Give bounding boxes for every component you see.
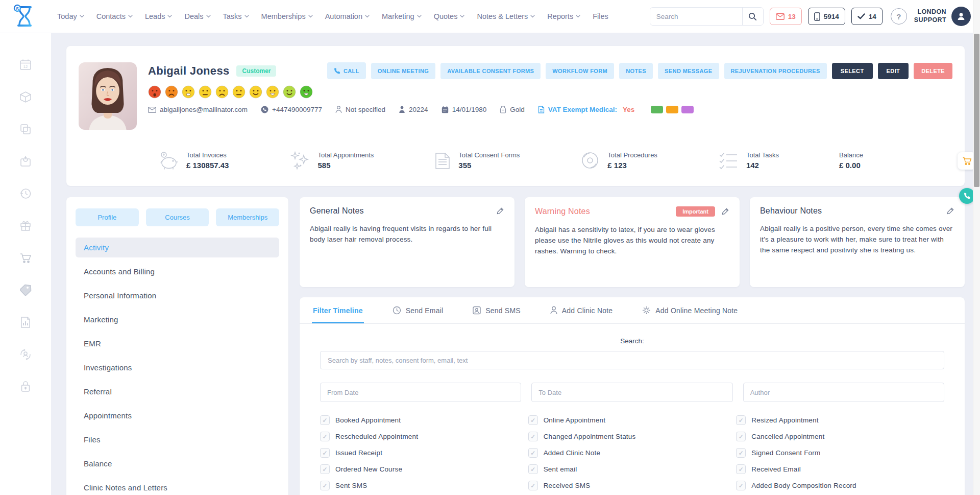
tasks-badge[interactable]: 14 bbox=[851, 8, 883, 25]
mood-face-icon[interactable] bbox=[266, 85, 279, 99]
nav-item-tasks[interactable]: Tasks bbox=[223, 12, 249, 20]
timeline-search-input[interactable] bbox=[320, 351, 944, 369]
sms-credits-badge[interactable]: 5914 bbox=[808, 8, 845, 25]
package-icon[interactable] bbox=[19, 90, 32, 104]
help-icon[interactable]: ? bbox=[891, 8, 907, 25]
nav-item-automation[interactable]: Automation bbox=[325, 12, 370, 20]
vat-doc-icon bbox=[538, 106, 545, 113]
sidebar-item-balance[interactable]: Balance bbox=[76, 454, 279, 474]
notes-button[interactable]: NOTES bbox=[619, 63, 653, 79]
mood-face-icon[interactable] bbox=[300, 85, 313, 99]
mood-face-icon[interactable] bbox=[232, 85, 246, 99]
tab-filter-timeline[interactable]: Filter Timeline bbox=[312, 298, 364, 323]
app-logo-icon[interactable]: S bbox=[13, 4, 36, 29]
sidebar-item-files[interactable]: Files bbox=[76, 430, 279, 450]
checkbox-sent-sms[interactable]: ✓Sent SMS bbox=[320, 481, 528, 490]
price-tag-icon[interactable] bbox=[19, 284, 32, 297]
history-icon[interactable] bbox=[19, 187, 32, 200]
nav-item-today[interactable]: Today bbox=[57, 12, 84, 20]
edit-pencil-icon[interactable] bbox=[946, 207, 954, 215]
workflow-form-button[interactable]: WORKFLOW FORM bbox=[546, 63, 614, 79]
client-phone[interactable]: +447490009777 bbox=[261, 106, 322, 113]
checkbox-check-icon: ✓ bbox=[320, 432, 330, 441]
user-avatar[interactable] bbox=[951, 7, 971, 26]
sidebar-item-accounts-billing[interactable]: Accounts and Billing bbox=[76, 262, 279, 281]
checkbox-received-email[interactable]: ✓Received Email bbox=[736, 464, 944, 474]
tab-send-email[interactable]: Send Email bbox=[391, 297, 445, 323]
tab-courses[interactable]: Courses bbox=[146, 208, 209, 226]
edit-pencil-icon[interactable] bbox=[496, 207, 504, 215]
copy-icon[interactable] bbox=[19, 123, 32, 136]
checkbox-booked-appointment[interactable]: ✓Booked Appointment bbox=[320, 415, 528, 425]
from-date-input[interactable] bbox=[320, 383, 521, 402]
search-input[interactable] bbox=[650, 8, 742, 25]
search-icon[interactable] bbox=[742, 8, 763, 25]
mood-face-icon[interactable] bbox=[199, 85, 212, 99]
nav-item-deals[interactable]: Deals bbox=[184, 12, 210, 20]
nav-item-quotes[interactable]: Quotes bbox=[434, 12, 465, 20]
lock-icon[interactable] bbox=[19, 380, 32, 393]
mood-face-icon[interactable] bbox=[283, 85, 296, 99]
to-date-input[interactable] bbox=[531, 383, 732, 402]
tab-profile[interactable]: Profile bbox=[76, 208, 139, 226]
account-sync-icon[interactable] bbox=[19, 348, 32, 361]
available-consent-forms-button[interactable]: AVAILABLE CONSENT FORMS bbox=[440, 63, 541, 79]
edit-pencil-icon[interactable] bbox=[721, 207, 729, 216]
tab-send-sms[interactable]: Send SMS bbox=[472, 297, 522, 323]
checkbox-ordered-new-course[interactable]: ✓Ordered New Course bbox=[320, 464, 528, 474]
mood-face-icon[interactable] bbox=[215, 85, 229, 99]
sidebar-item-clinic-notes-letters[interactable]: Clinic Notes and Letters bbox=[76, 478, 279, 495]
mood-face-icon[interactable] bbox=[148, 85, 161, 99]
checkbox-added-clinic-note[interactable]: ✓Added Clinic Note bbox=[528, 448, 737, 458]
mood-face-icon[interactable] bbox=[165, 85, 178, 99]
sidebar-item-marketing[interactable]: Marketing bbox=[76, 310, 279, 329]
rejuvenation-procedures-button[interactable]: REJUVENATION PROCEDURES bbox=[724, 63, 827, 79]
tab-add-online-meeting-note[interactable]: Add Online Meeting Note bbox=[641, 297, 739, 323]
call-button[interactable]: CALL bbox=[327, 62, 366, 79]
scrollbar-thumb[interactable] bbox=[974, 34, 979, 187]
sidebar-item-investigations[interactable]: Investigations bbox=[76, 358, 279, 378]
nav-item-memberships[interactable]: Memberships bbox=[261, 12, 313, 20]
sidebar-item-emr[interactable]: EMR bbox=[76, 334, 279, 353]
checkbox-issued-receipt[interactable]: ✓Issued Receipt bbox=[320, 448, 528, 458]
timeline-filter-row bbox=[320, 383, 944, 402]
checkbox-resized-appointment[interactable]: ✓Resized Appointment bbox=[736, 415, 944, 425]
checkbox-rescheduled-appointment[interactable]: ✓Rescheduled Appointment bbox=[320, 432, 528, 441]
select-button[interactable]: SELECT bbox=[832, 63, 873, 79]
sidebar-item-personal-information[interactable]: Personal Information bbox=[76, 286, 279, 305]
mood-face-icon[interactable] bbox=[182, 85, 195, 99]
checkbox-check-icon: ✓ bbox=[528, 481, 538, 490]
report-icon[interactable] bbox=[19, 316, 32, 329]
author-input[interactable] bbox=[743, 383, 944, 402]
online-meeting-button[interactable]: ONLINE MEETING bbox=[371, 63, 435, 79]
checkbox-added-body-composition-record[interactable]: ✓Added Body Composition Record bbox=[736, 481, 944, 490]
nav-item-reports[interactable]: Reports bbox=[547, 12, 580, 20]
edit-button[interactable]: EDIT bbox=[878, 63, 909, 79]
checkbox-changed-appointment-status[interactable]: ✓Changed Appointment Status bbox=[528, 432, 737, 441]
tab-add-clinic-note[interactable]: Add Clinic Note bbox=[549, 297, 614, 323]
checkbox-signed-consent-form[interactable]: ✓Signed Consent Form bbox=[736, 448, 944, 458]
gift-icon[interactable] bbox=[19, 219, 32, 232]
client-email[interactable]: abigailjones@mailinator.com bbox=[148, 106, 248, 113]
checkbox-sent-email[interactable]: ✓Sent email bbox=[528, 464, 737, 474]
shopping-bag-icon[interactable] bbox=[19, 155, 32, 168]
svg-text:S: S bbox=[16, 6, 19, 11]
nav-item-files[interactable]: Files bbox=[593, 12, 608, 20]
sidebar-item-referral[interactable]: Referral bbox=[76, 382, 279, 402]
send-message-button[interactable]: SEND MESSAGE bbox=[658, 63, 719, 79]
mood-face-icon[interactable] bbox=[249, 85, 262, 99]
checkbox-received-sms[interactable]: ✓Received SMS bbox=[528, 481, 737, 490]
checkbox-online-appointment[interactable]: ✓Online Appointment bbox=[528, 415, 737, 425]
nav-item-leads[interactable]: Leads bbox=[145, 12, 173, 20]
cart-icon[interactable] bbox=[19, 251, 32, 265]
nav-item-notes-letters[interactable]: Notes & Letters bbox=[477, 12, 535, 20]
tab-memberships[interactable]: Memberships bbox=[216, 208, 279, 226]
nav-item-marketing[interactable]: Marketing bbox=[382, 12, 422, 20]
nav-item-contacts[interactable]: Contacts bbox=[96, 12, 133, 20]
inbox-badge[interactable]: 13 bbox=[770, 8, 802, 25]
delete-button[interactable]: DELETE bbox=[914, 63, 952, 79]
calendar-icon[interactable]: 12 bbox=[19, 58, 32, 72]
checkbox-cancelled-appointment[interactable]: ✓Cancelled Appointment bbox=[736, 432, 944, 441]
sidebar-item-appointments[interactable]: Appointments bbox=[76, 406, 279, 426]
sidebar-item-activity[interactable]: Activity bbox=[76, 238, 279, 257]
